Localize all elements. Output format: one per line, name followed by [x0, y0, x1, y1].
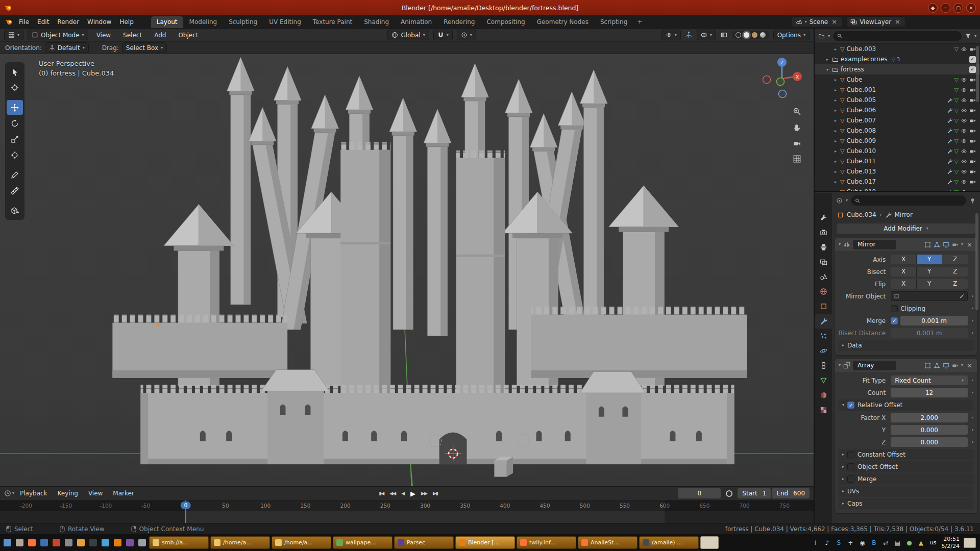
snapping-toggle[interactable]: ▾ — [433, 30, 453, 40]
menubar-menu[interactable]: Edit — [33, 16, 53, 28]
camera-visibility-icon[interactable] — [969, 87, 976, 93]
mirror-object-field[interactable] — [891, 291, 968, 301]
tray-icon[interactable]: B — [870, 540, 878, 546]
launcher-icon[interactable] — [63, 537, 74, 548]
launcher-icon[interactable] — [14, 537, 25, 548]
camera-visibility-icon[interactable] — [969, 189, 976, 192]
eye-icon[interactable] — [961, 128, 967, 134]
expand-icon[interactable]: ▸ — [833, 139, 838, 143]
tab-particles[interactable] — [815, 329, 832, 343]
annotate-tool[interactable] — [7, 167, 23, 182]
camera-visibility-icon[interactable] — [969, 46, 976, 53]
viewport-menu[interactable]: View — [92, 30, 115, 41]
move-tool[interactable] — [7, 100, 23, 115]
transform-tool[interactable] — [7, 147, 23, 162]
collection-checkbox[interactable]: ✓ — [969, 66, 976, 73]
eye-icon[interactable] — [961, 46, 967, 53]
launcher-icon[interactable] — [88, 537, 99, 548]
tray-icon[interactable]: ♪ — [823, 540, 831, 546]
outliner-row[interactable]: ▸ ▽ Cube.010 ▽ ▽ ✓ — [815, 146, 980, 156]
subpanel-checkbox[interactable] — [847, 451, 854, 458]
outliner-row[interactable]: ▸ ▽ Cube.009 ▽ ▽ ✓ — [815, 136, 980, 146]
outliner-row[interactable]: ▸ ▽ Cube.005 ▽ ▽ ✓ — [815, 95, 980, 105]
expand-icon[interactable]: ▸ — [833, 190, 838, 192]
collapsed-subpanel-header[interactable]: ▸ Caps — [839, 498, 973, 509]
pan-hand-icon[interactable] — [793, 123, 801, 132]
grid-ortho-icon[interactable] — [793, 155, 801, 163]
solid-shading-icon[interactable] — [744, 32, 749, 38]
collapsed-subpanel-header[interactable]: ▸ Object Offset — [839, 461, 973, 472]
tab-tool[interactable] — [815, 210, 832, 225]
display-editmode-toggle[interactable] — [934, 362, 940, 369]
minimize-button[interactable]: − — [941, 3, 950, 13]
workspace-switcher[interactable] — [964, 538, 976, 548]
camera-view-icon[interactable] — [793, 139, 801, 147]
eye-icon[interactable] — [961, 97, 967, 104]
workspace-tab[interactable]: Scripting — [595, 16, 633, 28]
panel-expand-icon[interactable]: ▾ — [839, 363, 841, 367]
outliner-row[interactable]: ▸ ▽ Cube.001 ▽ ▽ ✓ — [815, 85, 980, 95]
taskbar-window-button[interactable]: (amalie) ... — [639, 536, 699, 549]
flip-z-button[interactable]: Z — [942, 279, 968, 289]
modifier-name-field[interactable]: Mirror — [853, 240, 896, 249]
expand-icon[interactable]: ▸ — [833, 98, 838, 103]
eye-icon[interactable] — [961, 189, 967, 192]
expand-icon[interactable]: ▸ — [833, 149, 838, 154]
options-dropdown[interactable]: Options ▾ — [773, 30, 810, 40]
expand-icon[interactable]: ▸ — [833, 169, 838, 174]
launcher-icon[interactable] — [27, 537, 37, 548]
axis-x-button[interactable]: X — [891, 255, 916, 264]
factor-field[interactable]: 2.000 — [891, 413, 968, 422]
rotate-tool[interactable] — [7, 116, 23, 131]
bisect-z-button[interactable]: Z — [942, 267, 968, 277]
taskbar-window-button[interactable]: Blender [... — [455, 536, 515, 549]
taskbar-window-button[interactable]: smb://a... — [149, 536, 209, 549]
launcher-icon[interactable] — [2, 537, 13, 548]
display-render-toggle[interactable] — [952, 241, 959, 248]
timeline-menu[interactable]: Keying — [53, 490, 83, 497]
eye-icon[interactable] — [961, 158, 967, 165]
viewlayer-selector[interactable]: ViewLayer × — [846, 16, 905, 27]
keyboard-layout-indicator[interactable]: us — [930, 539, 937, 546]
outliner-row[interactable]: ▸ ▽ Cube.011 ▽ ▽ ✓ — [815, 156, 980, 166]
outliner-row[interactable]: ▸ ▽ Cube.006 ▽ ▽ ✓ — [815, 105, 980, 115]
expand-icon[interactable]: ▸ — [833, 180, 838, 184]
tray-icon[interactable]: i — [812, 540, 819, 546]
drag-dropdown[interactable]: Select Box ▾ — [122, 42, 167, 53]
outliner-search[interactable] — [833, 31, 962, 41]
taskbar-window-button[interactable]: /home/a... — [210, 536, 270, 549]
workspace-tab[interactable]: UV Editing — [263, 16, 307, 28]
material-shading-icon[interactable] — [752, 32, 757, 38]
viewport-menu[interactable]: Object — [174, 30, 202, 41]
expand-icon[interactable]: ▸ — [833, 159, 838, 164]
camera-visibility-icon[interactable] — [969, 97, 976, 104]
workspace-tab[interactable]: Shading — [358, 16, 395, 28]
editor-type-button[interactable]: ▾ — [4, 30, 23, 40]
subpanel-checkbox[interactable] — [847, 463, 854, 470]
workspace-tab[interactable]: Sculpting — [223, 16, 263, 28]
timeline-playhead-badge[interactable]: 0 — [180, 502, 191, 509]
maximize-button[interactable]: ▢ — [953, 3, 963, 13]
eye-icon[interactable] — [961, 138, 967, 144]
jump-to-end-button[interactable]: ▶▮ — [430, 490, 440, 497]
viewport-3d[interactable]: User Perspective (0) fortress | Cube.034… — [0, 54, 814, 486]
timeline-menu[interactable]: Playback — [15, 490, 52, 497]
expand-icon[interactable]: ▸ — [833, 78, 838, 82]
menubar-menu[interactable]: Window — [83, 16, 115, 28]
measure-tool[interactable] — [7, 183, 23, 198]
launcher-icon[interactable] — [125, 537, 135, 548]
factor-field[interactable]: 0.000 — [891, 437, 968, 447]
prev-keyframe-button[interactable]: ◀◀ — [387, 490, 398, 497]
eye-icon[interactable] — [961, 179, 967, 185]
count-field[interactable]: 12 — [891, 388, 968, 397]
camera-visibility-icon[interactable] — [969, 168, 976, 175]
filter-icon[interactable] — [965, 33, 971, 39]
eye-icon[interactable] — [961, 107, 967, 114]
jump-to-start-button[interactable]: ▮◀ — [376, 490, 386, 497]
launcher-icon[interactable] — [100, 537, 111, 548]
tab-render[interactable] — [815, 225, 832, 240]
breadcrumb-object[interactable]: Cube.034 — [847, 211, 876, 218]
workspace-tab[interactable]: Geometry Nodes — [531, 16, 594, 28]
tray-icon[interactable]: ▲ — [917, 540, 925, 546]
launcher-icon[interactable] — [76, 537, 86, 548]
